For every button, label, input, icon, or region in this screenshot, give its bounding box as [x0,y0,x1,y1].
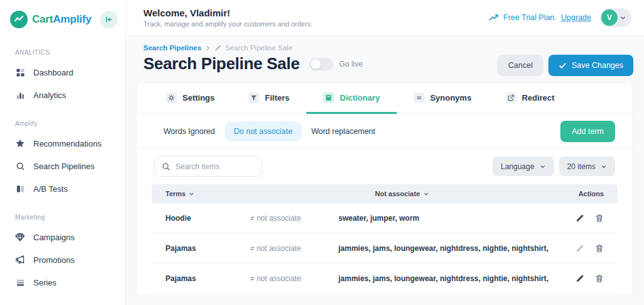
synonyms-cell: sweater, jumper, worm [338,214,553,223]
brand-logo-icon [10,11,28,28]
not-associate-marker: ≠ not associate [250,244,338,253]
sidebar-item-label: Search Pipelines [33,162,95,171]
plan-banner: Free Trial Plan. Upgrade [489,13,591,22]
delete-icon[interactable] [595,274,604,283]
tab-filters[interactable]: Filters [231,83,306,114]
sidebar-item-label: Recommendations [33,139,101,148]
sidebar-item-label: Series [33,278,57,287]
save-changes-button[interactable]: Save Changes [548,55,633,76]
star-icon [15,138,25,148]
col-actions: Actions [553,190,604,197]
sidebar-item-analytics[interactable]: Analytics [9,84,116,106]
top-header: Welcome, Vladimir! Track, manage and amp… [126,0,644,36]
not-associate-marker: ≠ not associate [250,274,338,283]
section-label-marketing: Marketing [15,214,116,221]
ab-test-icon [15,184,25,194]
gem-icon [15,232,25,242]
tab-label: Synonyms [430,93,472,103]
external-link-icon [506,92,516,103]
bar-chart-icon [15,90,25,100]
sidebar-item-ab-tests[interactable]: A/B Tests [9,177,116,200]
app-window: CartAmplify ANALITICS Dashboard Analytic… [0,0,644,305]
section-label-amplify: Amplify [15,120,116,127]
chevron-right-icon [205,45,211,51]
list-controls: Language 20 items [136,148,633,184]
go-live-label: Go live [339,60,362,69]
add-term-button[interactable]: Add term [560,121,615,142]
term-cell: Pajamas [165,244,250,253]
chevron-down-icon [540,164,546,170]
tab-label: Settings [182,93,214,103]
search-input[interactable] [175,162,255,171]
subtab-do-not-associate[interactable]: Do not associate [225,121,302,141]
sidebar-item-label: Promotions [33,255,75,265]
search-icon [162,162,170,171]
tab-synonyms[interactable]: Synonyms [397,83,489,114]
search-box [154,156,262,177]
col-not-associate[interactable]: Not associate [250,190,553,197]
pencil-icon[interactable] [214,45,221,52]
delete-icon[interactable] [595,244,604,253]
book-icon [323,92,334,103]
terms-table: Terms Not associate Action [152,184,618,294]
dictionary-subtabs: Words Ignored Do not associate Word repl… [136,114,633,148]
not-associate-marker: ≠ not associate [250,214,338,223]
tab-dictionary[interactable]: Dictionary [306,83,397,114]
edit-icon[interactable] [575,244,584,253]
search-icon [15,161,25,171]
tab-settings[interactable]: Settings [149,83,231,114]
tab-label: Filters [265,93,289,103]
rows-icon [15,277,25,287]
trend-icon [489,14,499,21]
subtab-words-ignored[interactable]: Words Ignored [154,121,225,141]
plan-text: Free Trial Plan. [503,13,557,22]
edit-icon[interactable] [575,214,584,223]
language-dropdown[interactable]: Language [492,157,553,176]
chevron-down-icon [423,191,429,197]
chevron-down-icon [601,164,607,170]
tab-redirect[interactable]: Redirect [489,83,572,114]
cancel-button[interactable]: Cancel [497,55,543,76]
page-size-dropdown[interactable]: 20 items [559,157,615,176]
breadcrumb-parent-link[interactable]: Search Pipelines [143,44,201,52]
sidebar-item-search-pipelines[interactable]: Search Pipelines [9,155,116,177]
brand-name: CartAmplify [32,13,91,26]
sidebar-item-series[interactable]: Series [9,271,116,294]
chevron-down-icon [619,14,626,21]
sidebar-nav: ANALITICS Dashboard Analytics Amplify Re… [0,30,125,305]
table-row: Hoodie ≠ not associate sweater, jumper, … [152,203,618,233]
breadcrumb-current: Search Pipeline Sale [225,44,292,52]
tab-bar: Settings Filters Dictionary [136,83,633,114]
sidebar-item-campaigns[interactable]: Campaigns [9,226,116,248]
funnel-icon [248,92,259,103]
sidebar-item-label: Campaigns [33,233,75,242]
sidebar-item-dashboard[interactable]: Dashboard [9,61,116,84]
sidebar-item-label: Dashboard [33,68,74,77]
page-content: Search Pipelines Search Pipeline Sale Se… [126,36,644,305]
sidebar-item-recommendations[interactable]: Recommendations [9,132,116,155]
user-menu[interactable]: V [600,8,631,27]
gear-icon [166,92,177,103]
subtab-word-replacement[interactable]: Word replacement [302,121,385,141]
sidebar-item-label: Analytics [33,91,66,100]
check-icon [558,62,567,70]
edit-icon[interactable] [575,274,584,283]
sidebar-collapse-icon[interactable] [100,11,118,28]
sidebar-item-label: A/B Tests [33,184,68,194]
tab-label: Redirect [522,93,555,103]
page-title: Search Pipeline Sale [143,54,299,74]
term-cell: Hoodie [165,214,250,223]
table-row: Pajamas ≠ not associate jammies, jams, l… [152,263,618,294]
go-live-toggle[interactable] [309,58,333,70]
col-terms[interactable]: Terms [165,190,250,197]
delete-icon[interactable] [595,214,604,223]
term-cell: Pajamas [165,274,250,283]
megaphone-icon [15,255,25,265]
table-header: Terms Not associate Action [152,184,618,203]
sidebar: CartAmplify ANALITICS Dashboard Analytic… [0,0,126,305]
brand-logo[interactable]: CartAmplify [10,11,91,28]
main-column: Welcome, Vladimir! Track, manage and amp… [126,0,644,305]
avatar: V [601,9,618,26]
sidebar-item-promotions[interactable]: Promotions [9,248,116,271]
upgrade-link[interactable]: Upgrade [561,13,591,22]
